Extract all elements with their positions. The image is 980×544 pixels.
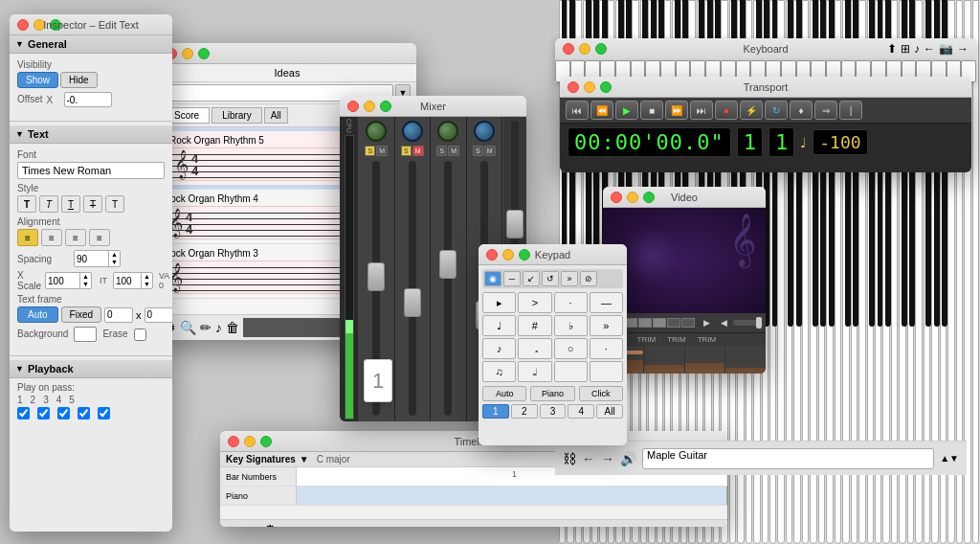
fast-forward-button[interactable]: ⏩	[665, 101, 688, 120]
hide-button[interactable]: Hide	[60, 72, 98, 88]
mute-1[interactable]: M	[376, 146, 388, 156]
pass-check-1[interactable]	[17, 407, 30, 419]
score-min[interactable]	[182, 48, 193, 59]
film-frame-3[interactable]	[667, 318, 680, 328]
video-volume-slider[interactable]	[733, 320, 762, 326]
timeline-max[interactable]	[260, 436, 272, 447]
master-fader[interactable]	[506, 210, 523, 238]
kp-tool-4[interactable]: »	[561, 271, 578, 286]
underline-button[interactable]: T	[61, 195, 80, 213]
kp-dot2[interactable]: ·	[590, 338, 623, 359]
marker-button[interactable]: ♦	[790, 101, 813, 120]
caps-button[interactable]: T	[105, 195, 124, 213]
fixed-val1-input[interactable]	[104, 307, 133, 323]
kbd-note-icon[interactable]: ♪	[914, 42, 920, 56]
kp-flat[interactable]: ♭	[554, 315, 588, 336]
video-min[interactable]	[627, 192, 638, 203]
kp-note1[interactable]: ♩	[482, 315, 516, 336]
solo-3[interactable]: S	[436, 146, 447, 156]
traffic-lights[interactable]	[17, 19, 61, 31]
x-value-input[interactable]	[64, 92, 112, 107]
loop-button[interactable]: ⇌	[249, 522, 260, 527]
kp-eighth[interactable]: ♫	[482, 361, 516, 382]
align-justify-button[interactable]: ≡	[89, 229, 110, 246]
xscale-spinner[interactable]: ▲ ▼	[45, 272, 92, 289]
chain-icon[interactable]: ⛓	[563, 451, 576, 466]
num-4[interactable]: 4	[568, 404, 594, 419]
kp-tool-1[interactable]: ─	[503, 271, 521, 286]
click-bottom-btn[interactable]: Click	[579, 386, 623, 401]
fixed-val2-input[interactable]	[145, 307, 172, 323]
transport-traffic-lights[interactable]	[568, 81, 612, 93]
autopunch-button[interactable]: ⇒	[814, 101, 837, 120]
pass-check-2[interactable]	[37, 407, 50, 419]
kbd-arrow-up[interactable]: ⬆	[887, 42, 897, 56]
knob-4[interactable]	[474, 121, 495, 142]
kp-tool-3[interactable]: ↺	[542, 271, 559, 286]
align-right-button[interactable]: ≡	[65, 229, 86, 246]
playback-section-header[interactable]: ▼ Playback	[10, 360, 172, 378]
timeline-close[interactable]	[228, 436, 239, 447]
keypad-max[interactable]	[519, 249, 530, 261]
align-left-button[interactable]: ≡	[17, 229, 38, 246]
fader-3[interactable]	[439, 250, 457, 279]
timeline-min[interactable]	[244, 436, 256, 447]
maximize-button[interactable]	[50, 19, 61, 31]
video-max[interactable]	[643, 192, 655, 203]
video-volume-handle[interactable]	[756, 317, 762, 329]
num-all[interactable]: All	[596, 404, 623, 419]
forward-to-end-button[interactable]: ⏭	[690, 101, 713, 120]
mute-2[interactable]: M	[412, 146, 424, 156]
video-close[interactable]	[611, 192, 622, 203]
knob-2[interactable]	[402, 121, 423, 142]
solo-2[interactable]: S	[401, 146, 412, 156]
score-max[interactable]	[198, 48, 210, 59]
score-pencil-icon[interactable]: ✏	[200, 320, 212, 335]
kp-empty1[interactable]	[554, 361, 588, 382]
solo-4[interactable]: S	[473, 146, 483, 156]
it-down[interactable]: ▼	[142, 281, 152, 288]
kp-whole[interactable]: ○	[554, 338, 588, 359]
num-3[interactable]: 3	[540, 404, 567, 419]
tab-all[interactable]: All	[264, 107, 288, 124]
minimize-button[interactable]	[33, 19, 45, 31]
solo-1[interactable]: S	[365, 146, 375, 156]
xscale-input[interactable]	[46, 273, 79, 288]
fader-1[interactable]	[368, 262, 385, 291]
speaker-icon[interactable]: 🔊	[620, 451, 636, 466]
cycle-button[interactable]: ↻	[765, 101, 788, 120]
kp-sharp[interactable]: #	[518, 315, 551, 336]
kbd-grid-icon[interactable]: ⊞	[901, 42, 910, 56]
xscale-down[interactable]: ▼	[80, 281, 91, 288]
film-frame-1[interactable]	[638, 318, 652, 328]
align-center-button[interactable]: ≡	[41, 229, 62, 246]
tab-library[interactable]: Library	[212, 107, 262, 124]
spacing-up[interactable]: ▲	[109, 251, 120, 259]
spacing-arrows[interactable]: ▲ ▼	[108, 251, 120, 266]
piano-bottom-btn[interactable]: Piano	[530, 386, 574, 401]
num-2[interactable]: 2	[511, 404, 538, 419]
minus-button[interactable]: −	[237, 522, 245, 527]
transport-close[interactable]	[568, 81, 579, 93]
kp-half[interactable]: 𝅗	[518, 338, 551, 359]
kp-greater[interactable]: >	[518, 292, 551, 313]
it-spinner[interactable]: ▲ ▼	[113, 272, 153, 289]
instrument-select-arrow[interactable]: ▲▼	[940, 453, 959, 464]
instrument-selector[interactable]: Maple Guitar	[642, 448, 934, 469]
punch-in-button[interactable]: ⚡	[740, 101, 763, 120]
close-button[interactable]	[17, 19, 29, 31]
text-section-header[interactable]: ▼ Text	[10, 125, 172, 144]
keypad-traffic-lights[interactable]	[486, 249, 530, 261]
mixer-close[interactable]	[347, 101, 359, 112]
record-button[interactable]: ●	[715, 101, 738, 120]
key-sig-dropdown-arrow[interactable]: ▼	[300, 454, 309, 465]
score-note-icon[interactable]: ♪	[215, 320, 222, 335]
background-color-swatch[interactable]	[74, 327, 97, 342]
kp-tool-2[interactable]: ↙	[523, 271, 540, 286]
kp-empty2[interactable]	[590, 361, 623, 382]
mute-3[interactable]: M	[448, 146, 459, 156]
fixed-button[interactable]: Fixed	[61, 306, 101, 323]
xscale-up[interactable]: ▲	[80, 273, 91, 281]
kbd-right-arrow[interactable]: →	[957, 42, 969, 56]
kbd-left-arrow[interactable]: ←	[924, 42, 935, 56]
